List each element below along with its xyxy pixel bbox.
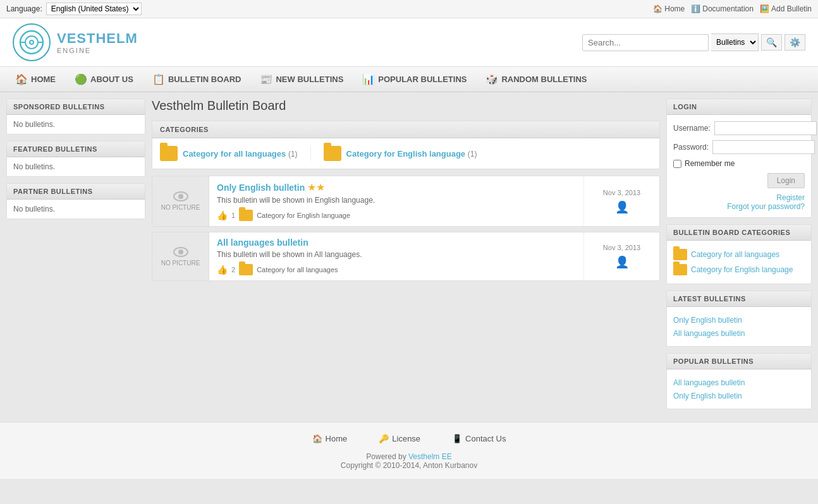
nav-item-bulletin-board[interactable]: 📋 BULLETIN BOARD: [143, 67, 250, 92]
login-box: LOGIN Username: Password: Remember me Lo…: [666, 99, 812, 218]
footer-home-link[interactable]: 🏠 Home: [312, 434, 348, 443]
folder-meta-icon-1: [239, 264, 253, 275]
password-label: Password:: [673, 143, 709, 152]
bb-cat-item-1: Category for English language: [673, 262, 805, 277]
no-picture-label-1: NO PICTURE: [161, 260, 200, 267]
remember-label: Remember me: [685, 159, 735, 168]
nav-item-new-bulletins[interactable]: 📰 NEW BULLETINS: [251, 67, 352, 92]
footer-contact-icon: 📱: [452, 434, 462, 443]
categories-box: CATEGORIES Category for all languages (1…: [152, 121, 660, 169]
footer-license-label: License: [392, 434, 420, 443]
username-input[interactable]: [714, 121, 817, 135]
login-title: LOGIN: [667, 99, 811, 115]
thumb-up-icon-0: 👍: [217, 210, 228, 220]
random-bulletins-nav-icon: 🎲: [485, 73, 498, 85]
eye-icon-1: [173, 247, 188, 257]
footer-home-label: Home: [326, 434, 348, 443]
category-link-1: Category for English language (1): [346, 149, 477, 159]
latest-link-1[interactable]: All languages bulletin: [673, 329, 745, 338]
category-item-1: Category for English language (1): [324, 146, 477, 161]
svg-point-3: [30, 41, 33, 44]
categories-grid: Category for all languages (1) Category …: [152, 138, 659, 169]
username-label: Username:: [673, 124, 711, 133]
category-link-0: Category for all languages (1): [183, 149, 298, 159]
bulletin-title-link-0[interactable]: Only English bulletin: [217, 183, 305, 193]
main-layout: SPONSORED BULLETINS No bulletins. FEATUR…: [0, 92, 818, 422]
nav-item-random-bulletins[interactable]: 🎲 RANDOM BULLETINS: [477, 67, 595, 92]
logo[interactable]: VESTHELM ENGINE: [13, 23, 138, 61]
popular-link-0[interactable]: All languages bulletin: [673, 378, 745, 387]
bulletin-title-link-1[interactable]: All languages bulletin: [217, 237, 308, 248]
footer-license-icon: 🔑: [379, 434, 389, 443]
sponsored-box: SPONSORED BULLETINS No bulletins.: [6, 99, 145, 135]
featured-content: No bulletins.: [7, 157, 145, 176]
login-button[interactable]: Login: [767, 173, 805, 188]
top-bar: Language: English (United States) 🏠 Home…: [0, 0, 818, 18]
powered-by-link[interactable]: Vesthelm EE: [408, 452, 452, 461]
bb-cat-link-1[interactable]: Category for English language: [691, 265, 793, 274]
register-link[interactable]: Register: [673, 193, 805, 202]
bulletin-date-text-0: Nov 3, 2013: [603, 189, 640, 196]
footer-contact-label: Contact Us: [465, 434, 506, 443]
bulletin-votes-0: 1: [231, 212, 235, 219]
footer: 🏠 Home 🔑 License 📱 Contact Us Powered by…: [0, 422, 818, 479]
add-bulletin-link[interactable]: 🖼️ Add Bulletin: [760, 4, 812, 13]
popular-item-0: All languages bulletin: [673, 376, 805, 389]
documentation-link[interactable]: ℹ️ Documentation: [691, 4, 754, 13]
category-1-count: (1): [468, 150, 477, 159]
sidebar-left: SPONSORED BULLETINS No bulletins. FEATUR…: [6, 99, 145, 416]
login-btn-wrapper: Login: [673, 173, 805, 188]
home-nav-icon: 🏠: [15, 73, 28, 85]
latest-title: LATEST BULLETINS: [667, 291, 811, 307]
footer-contact-link[interactable]: 📱 Contact Us: [452, 434, 506, 443]
category-1-link[interactable]: Category for English language: [346, 149, 466, 159]
bb-cat-folder-0: [673, 249, 687, 260]
bulletin-board-nav-icon: 📋: [152, 73, 165, 85]
latest-bulletins-box: LATEST BULLETINS Only English bulletin A…: [666, 291, 812, 347]
settings-button[interactable]: ⚙️: [784, 34, 805, 51]
folder-icon-1: [324, 146, 341, 161]
bulletin-desc-1: This bulletin will be shown in All langu…: [217, 250, 576, 259]
latest-link-0[interactable]: Only English bulletin: [673, 316, 742, 325]
top-bar-left: Language: English (United States): [6, 3, 142, 15]
home-toplink[interactable]: 🏠 Home: [653, 4, 685, 13]
documentation-icon: ℹ️: [691, 4, 700, 13]
bulletin-votes-1: 2: [231, 266, 235, 273]
avatar-icon-1: 👤: [615, 255, 629, 269]
search-type-select[interactable]: Bulletins: [711, 33, 759, 51]
footer-copyright: Powered by Vesthelm EE Copyright © 2010-…: [13, 452, 805, 470]
bulletin-thumb-1: NO PICTURE: [152, 232, 209, 280]
forgot-password-link[interactable]: Forgot your password?: [673, 202, 805, 211]
language-label: Language:: [6, 4, 42, 13]
bulletin-info-1: All languages bulletin This bulletin wil…: [209, 232, 583, 280]
nav-item-about[interactable]: 🟢 ABOUT US: [66, 67, 142, 92]
popular-title: POPULAR BULLETINS: [667, 354, 811, 369]
language-select[interactable]: English (United States): [46, 3, 142, 15]
page-title: Vesthelm Bulletin Board: [152, 99, 660, 113]
featured-box: FEATURED BULLETINS No bulletins.: [6, 141, 145, 177]
bb-cat-folder-1: [673, 264, 687, 275]
bulletin-meta-0: 👍 1 Category for English language: [217, 210, 576, 221]
popular-link-1[interactable]: Only English bulletin: [673, 392, 742, 400]
bulletin-desc-0: This bulletin will be shown in English l…: [217, 196, 576, 205]
nav-item-popular-bulletins[interactable]: 📊 POPULAR BULLETINS: [353, 67, 475, 92]
new-bulletins-nav-icon: 📰: [260, 73, 272, 85]
bb-cat-item-0: Category for all languages: [673, 247, 805, 262]
search-input[interactable]: [582, 34, 709, 51]
search-button[interactable]: 🔍: [761, 34, 782, 51]
category-0-link[interactable]: Category for all languages: [183, 149, 286, 159]
bulletin-thumb-0: NO PICTURE: [152, 176, 209, 226]
folder-icon-0: [160, 146, 178, 161]
bb-cat-link-0[interactable]: Category for all languages: [691, 250, 779, 259]
password-input[interactable]: [712, 140, 815, 154]
about-nav-icon: 🟢: [75, 73, 87, 85]
folder-meta-icon-0: [239, 210, 253, 221]
nav-item-home[interactable]: 🏠 HOME: [6, 67, 64, 92]
bulletin-date-text-1: Nov 3, 2013: [603, 244, 640, 251]
eye-inner-0: [178, 194, 183, 199]
logo-text-block: VESTHELM ENGINE: [57, 30, 138, 54]
search-area: Bulletins 🔍 ⚙️: [582, 33, 805, 51]
footer-license-link[interactable]: 🔑 License: [379, 434, 420, 443]
bulletin-item-0: NO PICTURE Only English bulletin ★★ This…: [152, 176, 660, 227]
remember-checkbox[interactable]: [673, 160, 681, 168]
